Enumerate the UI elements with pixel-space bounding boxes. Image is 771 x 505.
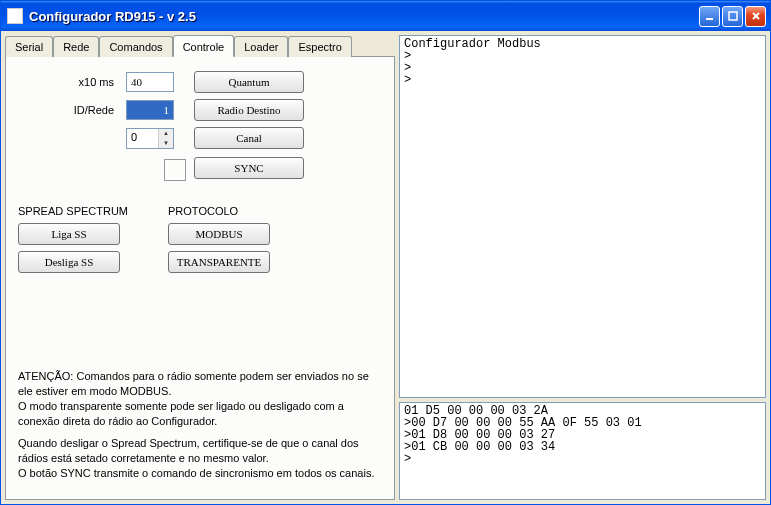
desliga-ss-button[interactable]: Desliga SS [18,251,120,273]
app-window: Configurador RD915 - v 2.5 Serial Rede C… [0,0,771,505]
tab-body-controle: x10 ms Quantum ID/Rede Radio Destino 0 ▲… [5,56,395,500]
tab-controle[interactable]: Controle [173,35,235,57]
x10ms-label: x10 ms [18,76,118,88]
svg-rect-1 [729,12,737,20]
close-button[interactable] [745,6,766,27]
info-text: ATENÇÃO: Comandos para o rádio somente p… [18,369,382,489]
modbus-button[interactable]: MODBUS [168,223,270,245]
chevron-down-icon[interactable]: ▼ [158,138,173,148]
radio-destino-button[interactable]: Radio Destino [194,99,304,121]
tab-rede[interactable]: Rede [53,36,99,57]
transparente-button[interactable]: TRANSPARENTE [168,251,270,273]
id-rede-input[interactable] [126,100,174,120]
id-rede-label: ID/Rede [18,104,118,116]
right-panel: Configurador Modbus > > > 01 D5 00 00 00… [399,35,766,500]
protocolo-heading: PROTOCOLO [168,205,270,217]
minimize-button[interactable] [699,6,720,27]
quantum-button[interactable]: Quantum [194,71,304,93]
info-para-2: Quando desligar o Spread Spectrum, certi… [18,436,376,481]
console-top[interactable]: Configurador Modbus > > > [399,35,766,398]
spread-spectrum-section: SPREAD SPECTRUM Liga SS Desliga SS [18,205,128,279]
x10ms-input[interactable] [126,72,174,92]
spread-spectrum-heading: SPREAD SPECTRUM [18,205,128,217]
liga-ss-button[interactable]: Liga SS [18,223,120,245]
form-grid: x10 ms Quantum ID/Rede Radio Destino 0 ▲… [18,71,382,181]
app-icon [7,8,23,24]
canal-spinner[interactable]: 0 ▲ ▼ [126,128,174,149]
tab-loader[interactable]: Loader [234,36,288,57]
console-bottom[interactable]: 01 D5 00 00 00 03 2A >00 D7 00 00 00 55 … [399,402,766,500]
titlebar: Configurador RD915 - v 2.5 [1,1,770,31]
client-area: Serial Rede Comandos Controle Loader Esp… [1,31,770,504]
tabstrip: Serial Rede Comandos Controle Loader Esp… [5,35,395,56]
window-title: Configurador RD915 - v 2.5 [29,9,699,24]
tab-comandos[interactable]: Comandos [99,36,172,57]
canal-button[interactable]: Canal [194,127,304,149]
maximize-icon [728,11,738,21]
info-para-1: ATENÇÃO: Comandos para o rádio somente p… [18,369,376,428]
tab-serial[interactable]: Serial [5,36,53,57]
left-panel: Serial Rede Comandos Controle Loader Esp… [5,35,395,500]
svg-rect-0 [706,18,713,20]
maximize-button[interactable] [722,6,743,27]
chevron-up-icon[interactable]: ▲ [158,129,173,139]
indicator-box [164,159,186,181]
protocolo-section: PROTOCOLO MODBUS TRANSPARENTE [168,205,270,279]
tab-espectro[interactable]: Espectro [288,36,351,57]
close-icon [751,11,761,21]
sync-button[interactable]: SYNC [194,157,304,179]
minimize-icon [705,11,715,21]
